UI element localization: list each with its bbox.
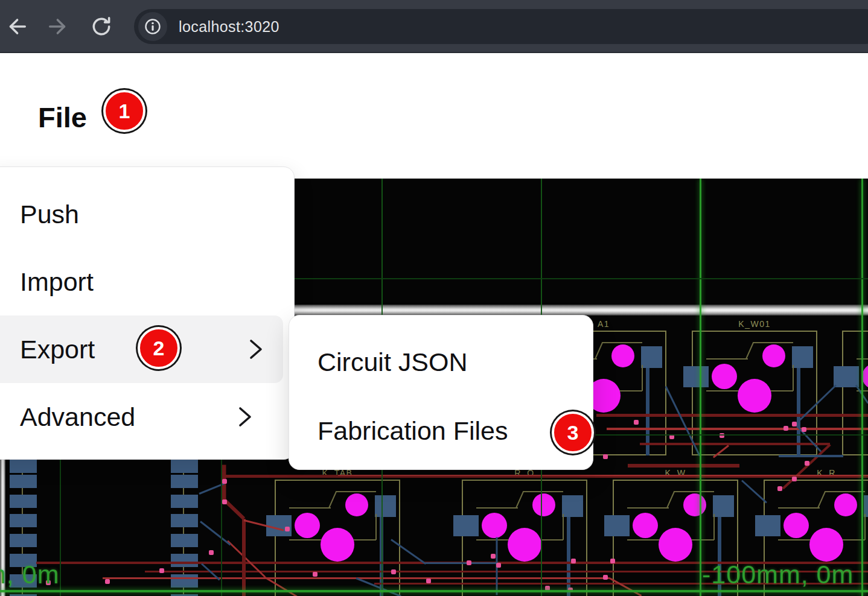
silkscreen-line: [674, 491, 714, 492]
pcb-via: [285, 527, 290, 531]
pcb-hole: [712, 364, 737, 389]
pcb-via: [467, 560, 471, 565]
silkscreen-line: [563, 514, 564, 540]
pcb-via: [603, 454, 608, 459]
silkscreen-line: [476, 507, 518, 509]
silkscreen-line: [183, 488, 184, 495]
site-info-icon[interactable]: [138, 12, 167, 41]
file-menu-button[interactable]: File: [38, 101, 87, 134]
pcb-hole: [633, 513, 658, 538]
grid-line-horizontal: [0, 590, 868, 592]
ic-pad: [171, 574, 198, 588]
reload-icon[interactable]: [88, 13, 115, 40]
chevron-right-icon: [248, 338, 264, 360]
pcb-via: [792, 477, 797, 481]
pcb-via: [222, 499, 227, 504]
pcb-hole: [659, 528, 692, 562]
silkscreen-line: [825, 491, 865, 492]
annotation-badge-2: 2: [138, 327, 180, 369]
submenu-item-circuit-json[interactable]: Circuit JSON: [289, 328, 593, 396]
ic-pad: [10, 514, 37, 527]
pcb-via: [105, 579, 110, 584]
silkscreen-line: [523, 491, 563, 492]
silkscreen-line: [745, 343, 754, 359]
grid-line-vertical: [861, 179, 863, 596]
silkscreen-line: [864, 514, 866, 540]
pcb-trace: [607, 428, 868, 430]
pcb-trace: [779, 455, 843, 457]
menu-item-push[interactable]: Push: [0, 180, 294, 248]
pcb-hole: [862, 364, 868, 389]
pcb-pad: [792, 346, 813, 368]
pcb-via: [610, 559, 615, 563]
menu-item-import[interactable]: Import: [0, 248, 294, 315]
pcb-via: [159, 568, 164, 573]
pcb-via: [571, 559, 576, 563]
address-bar[interactable]: localhost:3020: [134, 9, 868, 44]
pcb-via: [783, 426, 788, 431]
silkscreen-line: [666, 492, 675, 508]
coordinate-label: m, 0m: [0, 560, 59, 589]
silkscreen-line: [183, 547, 184, 554]
pcb-via: [209, 550, 214, 555]
pcb-hole: [683, 493, 706, 516]
pcb-hole: [738, 379, 771, 413]
silkscreen-line: [706, 358, 748, 360]
pcb-pad: [755, 515, 780, 536]
pcb-via: [222, 479, 227, 484]
pcb-pad: [375, 495, 396, 517]
pcb-pad: [562, 495, 583, 517]
ic-pad: [10, 460, 37, 473]
pcb-via: [426, 579, 431, 583]
back-icon[interactable]: [3, 13, 30, 40]
silkscreen-line: [22, 527, 23, 534]
pcb-hole: [762, 344, 785, 367]
pcb-hole: [345, 493, 368, 516]
silkscreen-line: [602, 342, 642, 343]
pcb-via: [391, 569, 396, 574]
pcb-trace: [596, 414, 868, 417]
browser-toolbar: localhost:3020: [0, 0, 868, 53]
pcb-trace: [242, 519, 246, 596]
pcb-hole: [532, 493, 555, 516]
pcb-pad: [834, 366, 859, 387]
silkscreen-line: [817, 492, 826, 508]
ic-pad: [10, 475, 37, 488]
pcb-footprint-label: A1: [598, 319, 610, 329]
pcb-hole: [809, 528, 843, 562]
export-submenu: Circuit JSON Fabrication Files: [289, 315, 593, 470]
coordinate-label: -100mm, 0m: [702, 560, 854, 589]
menu-item-label: Circuit JSON: [318, 347, 467, 377]
pcb-hole: [834, 493, 857, 516]
pcb-hole: [482, 513, 507, 538]
pcb-via: [496, 563, 501, 568]
menu-item-label: Push: [20, 200, 79, 229]
ic-pad: [171, 460, 198, 473]
pcb-pad: [453, 515, 479, 536]
silkscreen-line: [183, 508, 184, 514]
silkscreen-line: [22, 488, 23, 495]
submenu-item-fabrication-files[interactable]: Fabrication Files: [289, 396, 593, 465]
silkscreen-line: [642, 365, 643, 391]
forward-icon[interactable]: [45, 13, 72, 40]
pcb-trace: [200, 521, 231, 545]
chevron-right-icon: [237, 406, 253, 428]
grid-line-vertical: [700, 179, 701, 596]
silkscreen-line: [778, 507, 820, 509]
pcb-via: [777, 486, 782, 491]
menu-item-advanced[interactable]: Advanced: [0, 383, 294, 451]
pcb-via: [792, 422, 797, 426]
pcb-pad: [713, 495, 734, 517]
silkscreen-line: [183, 527, 184, 534]
silkscreen-line: [753, 342, 793, 343]
pcb-footprint-label: K_W01: [738, 319, 770, 329]
pcb-footprint: K_W01: [692, 331, 817, 455]
silkscreen-line: [22, 547, 23, 554]
pcb-hole: [783, 513, 809, 538]
pcb-trace: [640, 443, 830, 445]
pcb-footprint: [842, 331, 868, 455]
annotation-badge-3: 3: [552, 411, 594, 454]
ic-pad: [171, 475, 198, 488]
silkscreen-line: [793, 365, 794, 391]
menu-item-label: Export: [20, 335, 95, 364]
